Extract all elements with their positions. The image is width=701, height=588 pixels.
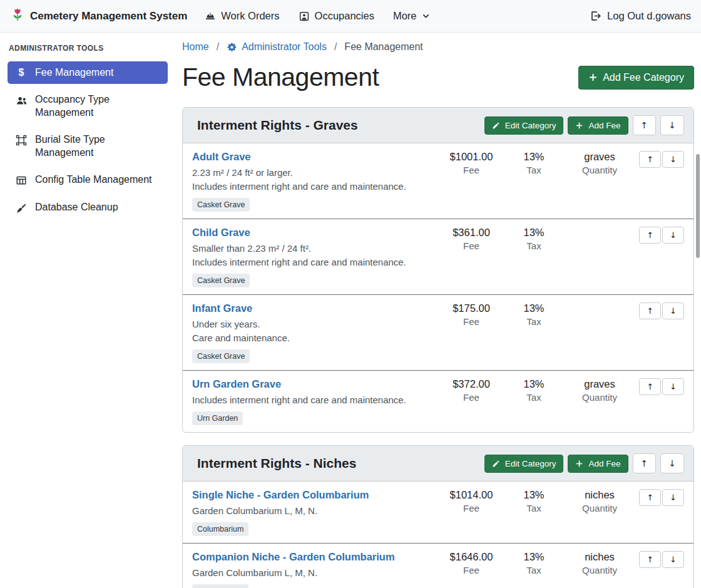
fee-row: Child Grave Smaller than 2.23 m² / 24 ft… [183,219,693,294]
fee-row: Companion Niche - Garden Columbarium Gar… [183,543,693,588]
fee-name-link[interactable]: Child Grave [192,227,250,239]
fee-name-link[interactable]: Adult Grave [192,151,251,163]
fee-tax-value: 13% [503,302,565,314]
add-fee-category-button[interactable]: Add Fee Category [578,66,694,90]
fee-tax-value: 13% [503,151,565,163]
brand-home-link[interactable]: Cemetery Management System [10,8,187,25]
fee-category-card-niches: Interment Rights - Niches Edit Category [182,445,694,588]
fee-amount-value: $1014.00 [440,489,503,501]
sidebar-item-label: Fee Management [35,66,113,79]
category-header: Interment Rights - Niches Edit Category [183,446,693,482]
fee-name-link[interactable]: Single Niche - Garden Columbarium [192,489,369,501]
admin-sidebar: Administrator Tools $ Fee Management Occ… [0,33,175,230]
move-fee-up-button[interactable]: ↑ [639,302,661,319]
edit-category-button[interactable]: Edit Category [484,116,564,135]
move-fee-up-button[interactable]: ↑ [639,489,661,506]
nav-more-label: More [393,10,417,22]
move-fee-up-button[interactable]: ↑ [639,378,661,395]
fee-quantity-label: Quantity [565,392,634,403]
add-fee-label: Add Fee [588,459,620,468]
add-fee-button[interactable]: Add Fee [568,116,628,135]
page-header: Fee Management Add Fee Category [182,63,694,92]
table-icon [15,175,28,186]
fee-reorder-buttons: ↑ ↓ [642,227,684,244]
pencil-icon [492,460,500,468]
move-fee-down-button[interactable]: ↓ [662,302,684,319]
category-actions: Edit Category Add Fee ↑ ↓ [484,115,684,135]
move-category-up-button[interactable]: ↑ [633,453,657,473]
fee-quantity-column: niches Quantity [565,489,634,513]
fee-description: Smaller than 2.23 m² / 24 ft². [192,242,435,255]
breadcrumb-administrator-tools[interactable]: Administrator Tools [227,41,327,53]
sidebar-item-config-table-management[interactable]: Config Table Management [8,168,168,191]
fee-info: Companion Niche - Garden Columbarium Gar… [192,551,440,588]
dollar-icon: $ [15,68,28,78]
edit-category-label: Edit Category [505,459,556,468]
fee-description: Includes interment right and care and ma… [192,393,435,407]
fee-tax-column: 13% Tax [503,378,565,403]
move-fee-up-button[interactable]: ↑ [639,227,661,244]
category-title: Interment Rights - Graves [192,118,484,133]
plus-icon [575,121,583,130]
edit-category-button[interactable]: Edit Category [484,455,564,473]
people-icon [15,95,28,106]
fee-amount-column: $1646.00 Fee [440,551,503,575]
logout-link[interactable]: Log Out d.gowans [590,10,691,22]
sidebar-item-occupancy-type-management[interactable]: Occupancy Type Management [8,88,168,124]
hard-hat-icon [205,11,216,22]
main-content: Home / Administrator Tools / Fee Managem… [175,33,701,588]
sidebar-item-fee-management[interactable]: $ Fee Management [8,61,168,84]
move-category-down-button[interactable]: ↓ [660,453,684,473]
move-fee-down-button[interactable]: ↓ [662,551,684,568]
fee-amount-value: $175.00 [440,302,503,314]
fee-description: Includes interment right and care and ma… [192,255,435,269]
fee-amount-column: $1001.00 Fee [440,151,503,175]
nav-more-dropdown[interactable]: More [393,10,430,22]
nav-occupancies-label: Occupancies [315,10,374,22]
fee-tax-label: Tax [503,392,565,403]
fee-name-link[interactable]: Urn Garden Grave [192,378,281,390]
breadcrumb-administrator-tools-label: Administrator Tools [242,41,327,53]
fee-description: Care and maintenance. [192,331,435,345]
add-fee-category-label: Add Fee Category [603,72,684,83]
fee-quantity-column [565,227,634,229]
move-category-down-button[interactable]: ↓ [660,115,684,135]
fee-amount-value: $1001.00 [440,151,503,163]
move-fee-down-button[interactable]: ↓ [662,489,684,506]
fee-name-link[interactable]: Infant Grave [192,302,252,314]
nav-work-orders[interactable]: Work Orders [205,10,279,22]
move-fee-down-button[interactable]: ↓ [662,378,684,395]
breadcrumb-separator: / [334,41,337,53]
nav-occupancies[interactable]: Occupancies [299,10,374,22]
fee-quantity-value: niches [565,551,634,563]
move-fee-down-button[interactable]: ↓ [662,151,684,168]
category-title: Interment Rights - Niches [192,456,484,471]
fee-quantity-column: niches Quantity [565,551,634,575]
move-fee-down-button[interactable]: ↓ [662,227,684,244]
fee-row: Adult Grave 2.23 m² / 24 ft² or larger. … [183,143,693,219]
vector-square-icon [15,135,28,146]
breadcrumb-home[interactable]: Home [182,41,209,53]
move-category-up-button[interactable]: ↑ [633,115,657,135]
fee-amount-column: $175.00 Fee [440,302,503,327]
fee-description: 2.23 m² / 24 ft² or larger. [192,166,435,180]
edit-category-label: Edit Category [505,121,556,130]
tulip-logo-icon [10,8,25,25]
app-root: Cemetery Management System Work Orders [0,0,701,588]
move-fee-up-button[interactable]: ↑ [639,151,661,168]
fee-tax-value: 13% [503,489,565,501]
add-fee-button[interactable]: Add Fee [568,455,628,473]
scrollbar-thumb[interactable] [696,154,700,258]
fee-name-link[interactable]: Companion Niche - Garden Columbarium [192,551,395,563]
fee-info: Infant Grave Under six years. Care and m… [192,302,440,363]
sidebar-item-label: Occupancy Type Management [35,93,160,119]
sidebar-item-database-cleanup[interactable]: Database Cleanup [8,196,168,219]
sidebar-item-burial-site-type-management[interactable]: Burial Site Type Management [8,128,168,164]
move-fee-up-button[interactable]: ↑ [639,551,661,568]
fee-reorder-buttons: ↑ ↓ [642,489,684,506]
fee-info: Urn Garden Grave Includes interment righ… [192,378,440,425]
fee-amount-column: $1014.00 Fee [440,489,503,513]
fee-info: Adult Grave 2.23 m² / 24 ft² or larger. … [192,151,440,212]
primary-nav: Work Orders Occupancies More [205,10,429,22]
fee-description: Includes interment right and care and ma… [192,180,435,193]
